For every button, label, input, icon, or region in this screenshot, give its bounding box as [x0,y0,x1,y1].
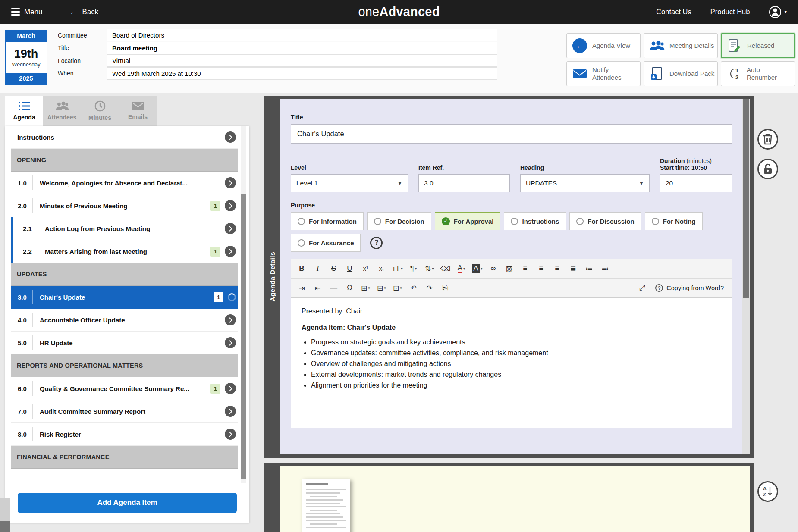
details-scrollbar[interactable] [742,99,750,454]
agenda-details-tab[interactable]: Agenda Details [264,99,280,454]
text-color-icon[interactable]: A▾ [453,261,469,276]
agenda-item[interactable]: 5.0HR Update [11,332,238,354]
meeting-details-button[interactable]: Meeting Details [644,33,718,58]
agenda-item[interactable]: 7.0Audit Committee Summary Report [11,400,238,423]
strikethrough-icon[interactable]: S [326,261,342,276]
agenda-item[interactable]: 4.0Accountable Officer Update [11,309,238,332]
tab-attendees[interactable]: Attendees [43,96,81,126]
scrollbar-thumb[interactable] [743,99,749,298]
tab-agenda[interactable]: Agenda [5,96,43,126]
outdent-icon[interactable]: ⇤ [310,280,326,296]
purpose-help-icon[interactable]: ? [370,237,383,249]
fullscreen-icon[interactable]: ⤢ [634,280,650,296]
tab-emails[interactable]: Emails [119,96,157,126]
align-right-icon[interactable]: ≡ [549,261,565,276]
item-ref-input[interactable] [418,174,510,192]
purpose-option[interactable]: For Noting [645,212,703,230]
contact-us-link[interactable]: Contact Us [656,8,691,16]
download-pack-button[interactable]: Download Pack [644,61,718,86]
heading-select[interactable]: UPDATES ▼ [520,174,650,192]
product-hub-link[interactable]: Product Hub [710,8,750,16]
font-size-icon[interactable]: тT▾ [390,261,405,276]
special-character-icon[interactable]: Ω [342,280,358,296]
bold-icon[interactable]: B [294,261,310,276]
agenda-item[interactable]: 1.0Welcome, Apologies for Absence and De… [11,172,238,194]
purpose-option[interactable]: For Discussion [569,212,641,230]
align-center-icon[interactable]: ≡ [533,261,549,276]
agenda-item[interactable]: 2.2Matters Arising from last Meeting1 [11,240,238,263]
highlight-color-icon[interactable]: A▾ [469,261,485,276]
scrollbar-thumb[interactable] [0,521,10,532]
delete-item-button[interactable] [757,129,778,150]
align-left-icon[interactable]: ≡ [517,261,533,276]
title-field[interactable]: Board meeting [107,42,497,54]
insert-template-icon[interactable]: ⊟▾ [374,280,390,296]
unlock-item-button[interactable] [757,159,778,179]
purpose-option[interactable]: Instructions [504,212,566,230]
chevron-right-icon[interactable] [225,314,236,325]
chevron-right-icon[interactable] [225,200,236,211]
editor-body[interactable]: Presented by: Chair Agenda Item: Chair's… [291,298,732,428]
agenda-item[interactable]: 3.0Chair's Update1 [11,286,238,309]
justify-icon[interactable]: ≣ [565,261,581,276]
purpose-option[interactable]: For Information [291,212,364,230]
superscript-icon[interactable]: x¹ [358,261,374,276]
auto-renumber-button[interactable]: 12 Auto Renumber [721,61,795,86]
undo-icon[interactable]: ↶ [405,280,421,296]
indent-icon[interactable]: ⇥ [294,280,310,296]
committee-field[interactable]: Board of Directors [107,29,497,41]
back-button[interactable]: ← Back [69,7,99,17]
paste-icon[interactable]: ⎘ [437,280,453,296]
chevron-right-icon[interactable] [225,383,236,394]
account-menu-button[interactable]: ▾ [769,6,787,19]
horizontal-rule-icon[interactable]: — [326,280,342,296]
paragraph-format-icon[interactable]: ¶▾ [405,261,421,276]
when-field[interactable]: Wed 19th March 2025 at 10:30 [107,67,497,80]
redo-icon[interactable]: ↷ [421,280,437,296]
table-icon[interactable]: ⊞▾ [358,280,374,296]
scrollbar-thumb[interactable] [241,194,246,479]
attachment-thumbnail[interactable] [302,479,350,532]
duration-input[interactable] [660,174,732,192]
agenda-view-button[interactable]: ← Agenda View [566,33,641,58]
add-agenda-item-button[interactable]: Add Agenda Item [18,493,237,513]
chevron-right-icon[interactable] [225,177,236,188]
italic-icon[interactable]: I [310,261,326,276]
underline-icon[interactable]: U [342,261,358,276]
agenda-list-scrollbar[interactable] [241,126,246,483]
purpose-option[interactable]: For Decision [367,212,431,230]
clear-format-icon[interactable]: ⌫ [437,261,453,276]
page-scrollbar[interactable] [0,498,10,532]
agenda-item[interactable]: 8.0Risk Register [11,423,238,446]
chevron-right-icon[interactable] [225,429,236,440]
menu-button[interactable]: Menu [11,8,43,16]
location-field[interactable]: Virtual [107,54,497,67]
image-icon[interactable]: ▨ [501,261,517,276]
chevron-right-icon[interactable] [225,246,236,257]
purpose-option[interactable]: ✓For Approval [435,212,501,230]
released-button[interactable]: Released [721,33,795,58]
chevron-right-icon[interactable] [225,223,236,234]
title-input[interactable] [291,124,732,144]
sort-attachments-button[interactable]: AZ [757,481,778,502]
copying-from-word-link[interactable]: ? Copying from Word? [650,284,729,292]
bullet-list-icon[interactable]: ≔ [581,261,597,276]
chevron-right-icon[interactable] [225,406,236,417]
field-label: Location [58,57,107,64]
link-icon[interactable]: ∞ [485,261,501,276]
agenda-item[interactable]: Instructions [11,126,238,149]
numbered-list-icon[interactable]: ≕ [597,261,613,276]
notify-attendees-button[interactable]: Notify Attendees [566,61,641,86]
chevron-right-icon[interactable] [225,337,236,348]
hamburger-icon [11,8,20,16]
agenda-item[interactable]: 2.0Minutes of Previous Meeting1 [11,194,238,217]
tab-minutes[interactable]: Minutes [81,96,119,126]
purpose-option[interactable]: For Assurance [291,234,361,252]
agenda-item[interactable]: 2.1Action Log from Previous Meeting [11,217,238,240]
subscript-icon[interactable]: x₁ [374,261,390,276]
chevron-right-icon[interactable] [225,131,236,143]
level-select[interactable]: Level 1 ▼ [291,174,408,192]
insert-frame-icon[interactable]: ⊡▾ [390,280,405,296]
agenda-item[interactable]: 6.0Quality & Governance Committee Summar… [11,377,238,400]
line-height-icon[interactable]: ⇅▾ [421,261,437,276]
